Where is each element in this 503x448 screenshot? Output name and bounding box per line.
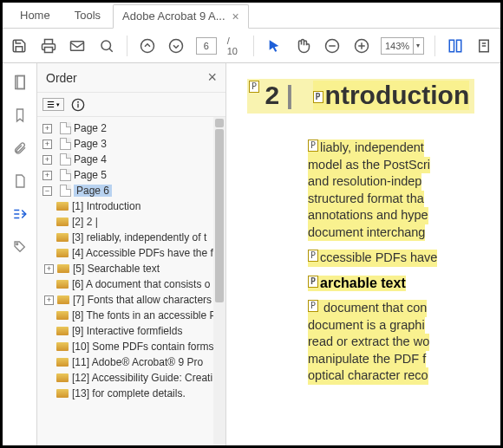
tag-icon	[56, 342, 69, 351]
tree-item-row[interactable]: +[7] Fonts that allow characters	[41, 292, 225, 308]
order-panel-icon[interactable]	[11, 205, 29, 223]
tree-item-row[interactable]: [12] Accessibility Guide: Creati	[41, 370, 225, 386]
expand-icon[interactable]: +	[42, 171, 52, 180]
page-icon	[60, 169, 71, 181]
separator	[253, 36, 254, 56]
tree-item-label: [9] Interactive formfields	[72, 325, 182, 337]
order-tree[interactable]: +Page 2+Page 3+Page 4+Page 5−Page 6[1] I…	[37, 117, 225, 445]
print-icon[interactable]	[39, 36, 58, 55]
tree-item-row[interactable]: [13] for complete details.	[41, 386, 225, 401]
heading-block: P 2 | Pntroduction	[247, 79, 474, 114]
subheading-block: Parchable text	[308, 276, 500, 291]
tree-item-row[interactable]: [3] reliably, independently of t	[41, 230, 225, 245]
svg-line-3	[109, 49, 113, 52]
tree-item-row[interactable]: [1] Introduction	[41, 198, 225, 214]
expand-icon[interactable]: +	[42, 155, 52, 165]
tree-page-row[interactable]: −Page 6	[41, 183, 225, 198]
tree-page-label: Page 6	[74, 185, 112, 197]
tree-item-row[interactable]: [2] 2 |	[41, 214, 225, 230]
svg-rect-12	[456, 40, 461, 52]
tree-item-row[interactable]: [4] Accessible PDFs have the fo	[41, 245, 225, 261]
p-tag-marker: P	[308, 276, 318, 288]
expand-icon[interactable]: +	[44, 295, 54, 305]
bookmark-icon[interactable]	[11, 107, 29, 124]
tree-item-row[interactable]: [8] The fonts in an accessible P	[41, 308, 225, 323]
tree-item-row[interactable]: +[5] Searchable text	[41, 261, 225, 276]
svg-rect-0	[44, 47, 52, 52]
tree-item-row[interactable]: [10] Some PDFs contain forms	[41, 339, 225, 354]
tree-item-label: [7] Fonts that allow characters	[73, 294, 212, 306]
tag-icon	[56, 311, 69, 320]
panel-close-icon[interactable]: ×	[207, 68, 217, 87]
thumbnails-icon[interactable]	[11, 74, 29, 91]
tree-page-row[interactable]: +Page 3	[41, 136, 225, 152]
save-cloud-icon[interactable]	[446, 36, 465, 55]
tab-document[interactable]: Adobe Acrobat 9 A... ×	[113, 4, 249, 29]
tab-document-label: Adobe Acrobat 9 A...	[122, 10, 225, 23]
info-icon[interactable]	[71, 98, 85, 112]
tree-item-label: [4] Accessible PDFs have the fo	[72, 247, 219, 259]
zoom-out-icon[interactable]	[323, 36, 342, 55]
scrollbar[interactable]	[213, 117, 225, 445]
svg-point-5	[170, 39, 183, 52]
order-panel: Order × ☰▾ +Page 2+Page 3+Page 4+Page 5−…	[37, 63, 226, 445]
tree-item-row[interactable]: [9] Interactive formfields	[41, 323, 225, 339]
svg-point-2	[101, 41, 111, 50]
save-icon[interactable]	[10, 36, 29, 55]
paragraph-block: Pccessible PDFs have	[308, 250, 500, 267]
page-icon[interactable]	[11, 172, 29, 190]
document-view[interactable]: P 2 | Pntroduction Pliably, independent …	[226, 63, 500, 445]
tab-home[interactable]: Home	[8, 3, 62, 27]
expand-icon[interactable]: +	[42, 140, 52, 149]
options-menu-icon[interactable]: ☰▾	[42, 98, 64, 111]
tree-item-label: [3] reliably, independently of t	[72, 231, 206, 243]
tree-item-label: [12] Accessibility Guide: Creati	[72, 372, 212, 384]
tree-page-row[interactable]: +Page 5	[41, 167, 225, 183]
zoom-level-input[interactable]: 143%▾	[381, 37, 423, 55]
tree-item-row[interactable]: [11] Adobe® Acrobat® 9 Pro	[41, 354, 225, 370]
tag-icon	[56, 358, 69, 367]
p-tag-marker: P	[308, 300, 318, 312]
p-tag-marker: P	[313, 91, 323, 103]
page-up-icon[interactable]	[138, 36, 157, 55]
p-tag-marker: P	[249, 81, 259, 93]
svg-rect-1	[71, 41, 84, 50]
page-icon	[60, 138, 71, 150]
tree-page-label: Page 3	[74, 138, 107, 150]
share-icon[interactable]	[474, 36, 493, 55]
tree-item-label: [1] Introduction	[72, 200, 140, 212]
scroll-up-arrow[interactable]	[215, 119, 224, 127]
heading-intro: Pntroduction	[313, 81, 470, 110]
hand-tool-icon[interactable]	[293, 36, 312, 55]
page-icon	[60, 185, 71, 197]
tree-item-row[interactable]: [6] A document that consists o	[41, 276, 225, 292]
scroll-thumb[interactable]	[215, 129, 224, 302]
attachment-icon[interactable]	[11, 140, 29, 157]
separator	[127, 36, 127, 56]
expand-icon[interactable]: +	[42, 124, 52, 133]
tag-icon	[56, 280, 69, 289]
heading-number: 2	[265, 81, 279, 109]
p-tag-marker: P	[308, 250, 318, 262]
tag-icon[interactable]	[11, 238, 29, 256]
tree-page-label: Page 2	[74, 122, 107, 134]
expand-icon[interactable]: +	[44, 264, 54, 274]
tree-page-row[interactable]: +Page 2	[41, 120, 225, 136]
collapse-icon[interactable]: −	[42, 186, 52, 196]
close-icon[interactable]: ×	[232, 10, 239, 23]
search-icon[interactable]	[97, 36, 116, 55]
tag-icon	[57, 264, 69, 273]
tree-page-label: Page 5	[74, 169, 107, 181]
tree-page-row[interactable]: +Page 4	[41, 152, 225, 167]
tree-item-label: [6] A document that consists o	[72, 278, 210, 290]
tab-tools[interactable]: Tools	[62, 3, 113, 27]
mail-icon[interactable]	[68, 36, 87, 55]
page-number-input[interactable]: 6	[196, 37, 217, 55]
chevron-down-icon[interactable]: ▾	[413, 38, 423, 54]
svg-point-21	[16, 243, 17, 245]
zoom-in-icon[interactable]	[352, 36, 371, 55]
separator	[434, 36, 435, 56]
select-tool-icon[interactable]	[265, 36, 284, 55]
tag-icon	[56, 202, 69, 211]
page-down-icon[interactable]	[167, 36, 186, 55]
